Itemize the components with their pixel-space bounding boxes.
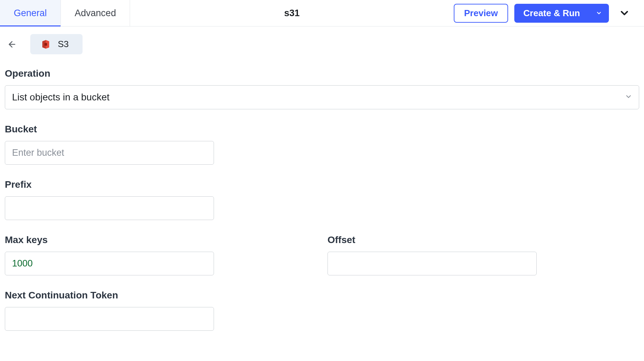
tab-general[interactable]: General [0,0,61,26]
field-next-continuation-token: Next Continuation Token [5,290,639,331]
row-maxkeys-offset: Max keys Offset [5,234,639,290]
operation-select[interactable]: List objects in a bucket [5,85,639,109]
tabs: General Advanced [0,0,130,26]
top-bar: General Advanced s31 Preview Create & Ru… [0,0,644,26]
tab-advanced[interactable]: Advanced [61,0,130,26]
collapse-chevron-icon[interactable] [615,4,634,22]
prefix-input[interactable] [5,196,214,220]
tab-advanced-label: Advanced [75,8,116,19]
form: Operation List objects in a bucket Bucke… [0,54,644,331]
operation-label: Operation [5,68,639,79]
next-token-input[interactable] [5,307,214,331]
next-token-label: Next Continuation Token [5,290,639,301]
offset-label: Offset [328,234,537,245]
field-operation: Operation List objects in a bucket [5,68,639,109]
s3-service-icon [41,39,51,50]
topbar-actions: Preview Create & Run [454,0,644,26]
arrow-left-icon [7,40,17,49]
breadcrumb-row: S3 [0,26,644,54]
bucket-label: Bucket [5,124,639,135]
topbar-center: s31 [130,0,454,26]
create-run-label: Create & Run [514,4,589,23]
offset-input[interactable] [328,252,537,275]
create-run-dropdown-icon[interactable] [589,10,609,16]
operation-select-value: List objects in a bucket [12,92,109,103]
page-title: s31 [284,8,300,19]
component-chip[interactable]: S3 [30,34,83,54]
svg-rect-1 [44,43,47,46]
prefix-label: Prefix [5,179,639,190]
create-run-button[interactable]: Create & Run [514,4,609,23]
max-keys-label: Max keys [5,234,214,245]
preview-button[interactable]: Preview [454,4,508,23]
field-offset: Offset [328,234,537,275]
tab-general-label: General [14,8,47,19]
preview-button-label: Preview [464,8,498,18]
field-prefix: Prefix [5,179,639,220]
bucket-input[interactable] [5,141,214,165]
max-keys-input[interactable] [5,252,214,275]
component-chip-label: S3 [58,39,69,50]
field-max-keys: Max keys [5,234,214,275]
field-bucket: Bucket [5,124,639,165]
back-button[interactable] [5,37,19,52]
